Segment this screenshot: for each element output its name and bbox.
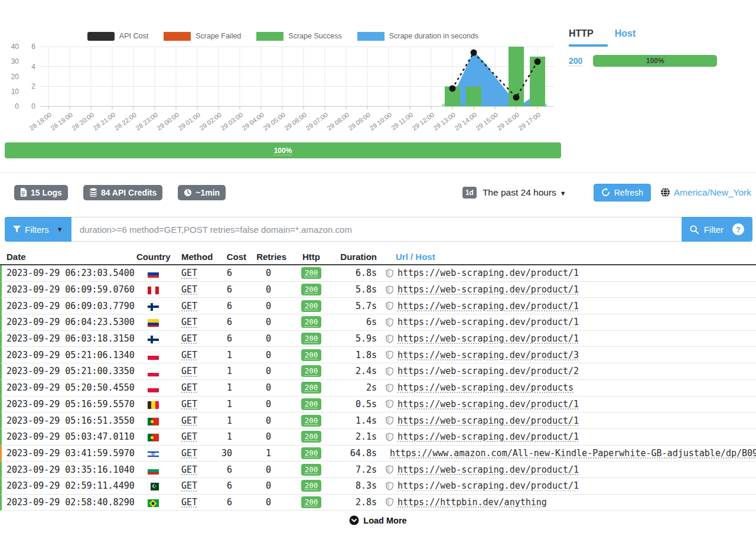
table-row[interactable]: 2023-09-29 05:16:51.3550 GET 1 0 200 1.4…: [0, 412, 756, 429]
help-icon[interactable]: ?: [732, 223, 744, 235]
retries-value: 0: [246, 382, 286, 393]
table-row[interactable]: 2023-09-29 05:20:50.4550 GET 1 0 200 2s …: [0, 380, 756, 396]
table-row[interactable]: 2023-09-29 05:16:59.5570 GET 1 0 200 0.5…: [0, 396, 756, 413]
url-link[interactable]: https://web-scraping.dev/product/1: [397, 284, 579, 295]
table-row[interactable]: 2023-09-29 06:09:59.0760 GET 6 0 200 5.8…: [0, 282, 756, 298]
country-flag[interactable]: [148, 450, 159, 458]
legend-item[interactable]: Scrape duration in seconds: [357, 31, 478, 41]
table-row[interactable]: 2023-09-29 02:58:40.8290 GET 6 0 200 2.8…: [0, 495, 756, 511]
svg-text:29 14:00: 29 14:00: [453, 111, 478, 132]
table-row[interactable]: 2023-09-29 06:03:18.3150 GET 6 0 200 5.9…: [0, 331, 756, 347]
http-status-badge[interactable]: 200: [301, 464, 322, 476]
duration-value: 6s: [336, 317, 379, 327]
country-flag[interactable]: [148, 287, 159, 294]
country-flag[interactable]: [148, 418, 159, 425]
table-row[interactable]: 2023-09-29 02:59:11.4490 GET 6 0 200 8.3…: [0, 478, 756, 495]
http-status-badge[interactable]: 200: [301, 365, 322, 377]
country-flag[interactable]: [148, 319, 159, 327]
method-link[interactable]: GET: [181, 317, 197, 327]
table-row[interactable]: 2023-09-29 05:03:47.0110 GET 1 0 200 2.1…: [0, 429, 756, 446]
country-flag[interactable]: [148, 467, 159, 474]
filters-dropdown-button[interactable]: Filters ▼: [5, 217, 71, 242]
url-link[interactable]: https://web-scraping.dev/product/1: [397, 399, 579, 410]
method-link[interactable]: GET: [181, 366, 197, 376]
http-status-badge[interactable]: 200: [301, 447, 322, 459]
country-flag[interactable]: [148, 434, 159, 441]
method-link[interactable]: GET: [181, 350, 197, 360]
url-link[interactable]: https://web-scraping.dev/product/1: [397, 333, 579, 344]
country-flag[interactable]: [148, 385, 159, 392]
tab-host[interactable]: Host: [615, 28, 636, 39]
legend-item[interactable]: API Cost: [87, 31, 148, 41]
url-link[interactable]: https://web-scraping.dev/products: [397, 382, 573, 393]
method-link[interactable]: GET: [181, 333, 197, 344]
apply-filter-button[interactable]: Filter ?: [682, 217, 752, 242]
method-link[interactable]: GET: [181, 480, 197, 491]
http-status-badge[interactable]: 200: [301, 398, 322, 410]
tab-http[interactable]: HTTP: [569, 28, 594, 39]
method-link[interactable]: GET: [181, 284, 197, 295]
http-status-badge[interactable]: 200: [301, 267, 322, 279]
http-status-badge[interactable]: 200: [301, 349, 322, 361]
http-status-badge[interactable]: 200: [301, 316, 322, 328]
url-link[interactable]: https://web-scraping.dev/product/2: [397, 366, 579, 376]
url-link[interactable]: https://httpbin.dev/anything: [397, 497, 547, 508]
http-status-badge[interactable]: 200: [301, 300, 322, 312]
method-link[interactable]: GET: [181, 464, 197, 475]
url-link[interactable]: https://web-scraping.dev/product/1: [397, 301, 579, 311]
country-flag[interactable]: [148, 352, 159, 360]
legend-item[interactable]: Scrape Success: [256, 31, 341, 41]
http-status-badge[interactable]: 200: [301, 284, 322, 295]
country-flag[interactable]: [148, 336, 159, 343]
table-row[interactable]: 2023-09-29 06:23:03.5400 GET 6 0 200 6.8…: [0, 265, 756, 282]
http-status-badge[interactable]: 200: [301, 431, 322, 443]
table-row[interactable]: 2023-09-29 03:35:16.1040 GET 6 0 200 7.2…: [0, 462, 756, 478]
table-body: 2023-09-29 06:23:03.5400 GET 6 0 200 6.8…: [0, 265, 756, 511]
country-flag[interactable]: [148, 483, 159, 490]
table-row[interactable]: 2023-09-29 05:21:06.1340 GET 1 0 200 1.8…: [0, 347, 756, 363]
url-link[interactable]: https://web-scraping.dev/product/1: [397, 268, 579, 278]
refresh-button[interactable]: Refresh: [594, 184, 651, 202]
country-flag[interactable]: [148, 499, 159, 507]
country-flag[interactable]: [148, 401, 159, 409]
url-link[interactable]: https://web-scraping.dev/product/1: [397, 415, 579, 426]
legend-item[interactable]: Scrape Failed: [164, 31, 241, 41]
url-link[interactable]: https://www.amazon.com/All-new-Kindle-Pa…: [390, 448, 756, 459]
http-status-badge[interactable]: 200: [301, 333, 322, 344]
method-link[interactable]: GET: [181, 431, 197, 442]
load-more-button[interactable]: Load More: [0, 515, 756, 525]
http-status-badge[interactable]: 200: [301, 480, 322, 492]
url-link[interactable]: https://web-scraping.dev/product/1: [397, 317, 579, 327]
http-status-badge[interactable]: 200: [301, 496, 322, 508]
method-link[interactable]: GET: [181, 415, 197, 426]
method-link[interactable]: GET: [181, 399, 197, 410]
url-link[interactable]: https://web-scraping.dev/product/1: [397, 431, 579, 442]
retries-value: 0: [246, 284, 286, 295]
filter-query-input[interactable]: [71, 217, 682, 242]
http-status-badge[interactable]: 200: [301, 415, 322, 427]
method-link[interactable]: GET: [181, 497, 197, 508]
country-flag[interactable]: [148, 270, 159, 278]
table-row[interactable]: 2023-09-29 06:09:03.7790 GET 6 0 200 5.7…: [0, 298, 756, 314]
url-link[interactable]: https://web-scraping.dev/product/3: [397, 350, 579, 360]
method-link[interactable]: GET: [181, 448, 197, 459]
http-status-badge[interactable]: 200: [301, 382, 322, 394]
country-flag[interactable]: [148, 369, 159, 376]
method-link[interactable]: GET: [181, 382, 197, 393]
url-link[interactable]: https://web-scraping.dev/product/1: [397, 464, 579, 475]
table-row[interactable]: 2023-09-29 03:41:59.5970 GET 30 1 200 64…: [0, 446, 756, 462]
header-url-host-toggle[interactable]: Url / Host: [379, 252, 756, 262]
timezone-link[interactable]: America/New_York: [660, 187, 751, 198]
date-range-dropdown[interactable]: The past 24 hours▼: [483, 187, 566, 198]
file-icon: [20, 188, 27, 197]
method-link[interactable]: GET: [181, 268, 197, 278]
country-flag[interactable]: [148, 303, 159, 311]
http-code-link[interactable]: 200: [569, 56, 582, 66]
url-link[interactable]: https://web-scraping.dev/product/1: [397, 480, 579, 491]
method-link[interactable]: GET: [181, 301, 197, 311]
log-date: 2023-09-29 06:09:03.7790: [2, 301, 136, 311]
table-row[interactable]: 2023-09-29 05:21:00.3350 GET 1 0 200 2.4…: [0, 363, 756, 380]
success-rate-value: 100%: [274, 147, 292, 155]
duration-value: 2.1s: [336, 431, 379, 442]
table-row[interactable]: 2023-09-29 06:04:23.5300 GET 6 0 200 6s …: [0, 314, 756, 331]
